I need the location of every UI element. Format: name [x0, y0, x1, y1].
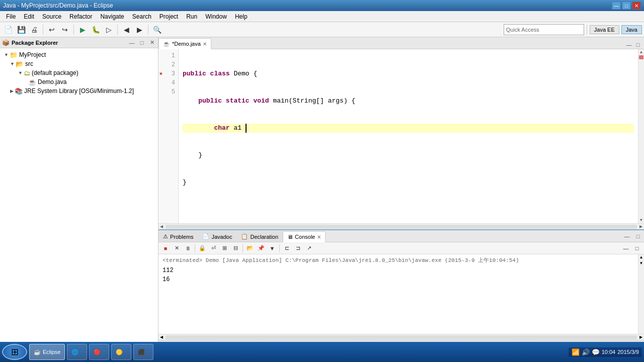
code-token: static: [226, 97, 254, 106]
editor-maximize-button[interactable]: □: [634, 41, 642, 49]
scroll-track[interactable]: [638, 55, 644, 217]
console-suspend-button[interactable]: ⏸: [183, 243, 193, 253]
menu-source[interactable]: Source: [38, 12, 65, 21]
quick-access-input[interactable]: Quick Access: [504, 24, 584, 35]
code-token: }: [183, 178, 187, 187]
save-button[interactable]: 💾: [15, 24, 27, 36]
bottom-hscroll-left[interactable]: ◀: [158, 334, 165, 340]
bottom-maximize-button[interactable]: □: [634, 232, 642, 240]
code-token: [183, 97, 198, 106]
forward-button[interactable]: ▶: [133, 24, 145, 36]
bottom-minimize-button[interactable]: —: [623, 232, 631, 240]
debug-button[interactable]: 🐛: [90, 24, 102, 36]
taskbar-app1-button[interactable]: 🔴: [89, 344, 109, 360]
perspective-java[interactable]: Java: [621, 25, 642, 34]
taskbar-eclipse-button[interactable]: ☕ Eclipse: [29, 344, 65, 360]
tree-item-src[interactable]: ▼ 📂 src: [0, 59, 158, 68]
search-button[interactable]: 🔍: [151, 24, 163, 36]
editor-minimize-button[interactable]: —: [625, 41, 633, 49]
tree-item-demo-java[interactable]: ☕ Demo.java: [0, 77, 158, 86]
menu-search[interactable]: Search: [128, 12, 155, 21]
hscroll-right-arrow[interactable]: ▶: [638, 224, 644, 230]
sidebar-close-button[interactable]: ✕: [148, 39, 156, 47]
tree-item-default-package[interactable]: ▼ 🗂 (default package): [0, 68, 158, 77]
bottom-tb-sep3: [279, 244, 280, 252]
console-view-orient[interactable]: ⊏: [282, 243, 292, 253]
bottom-vertical-scrollbar[interactable]: ▲ ▼: [638, 254, 644, 334]
tray-network-icon: 📶: [572, 348, 580, 356]
editor-tab-demo[interactable]: ☕ *Demo.java ✕: [158, 38, 211, 49]
run-button[interactable]: ▶: [76, 24, 89, 36]
taskbar-app2-button[interactable]: 🟡: [111, 344, 131, 360]
console-next-page[interactable]: ⊞: [219, 243, 229, 253]
console-pin[interactable]: 📌: [256, 243, 266, 253]
console-word-wrap[interactable]: ⏎: [208, 243, 218, 253]
console-remove-button[interactable]: ✕: [172, 243, 182, 253]
menu-window[interactable]: Window: [201, 12, 231, 21]
editor-vertical-scrollbar[interactable]: ▲ ▼: [638, 49, 644, 223]
console-line-2: 16: [163, 275, 634, 284]
close-button[interactable]: ✕: [632, 2, 641, 10]
taskbar-app3-button[interactable]: ⬛: [133, 344, 153, 360]
src-expand-arrow: ▼: [10, 61, 15, 66]
bottom-hscroll-right[interactable]: ▶: [638, 334, 644, 340]
console-view-menu[interactable]: ▼: [267, 243, 277, 253]
menu-refactor[interactable]: Refactor: [65, 12, 96, 21]
code-editor[interactable]: 1 2 3 4 5 public class Demo { public sta…: [158, 49, 644, 223]
bottom-hscroll-track[interactable]: [166, 335, 637, 339]
tab-demo-label: *Demo.java: [172, 41, 201, 47]
console-line-1: 112: [163, 266, 634, 275]
perspective-java-ee[interactable]: Java EE: [590, 25, 619, 34]
editor-horizontal-scrollbar[interactable]: ◀ ▶: [158, 223, 644, 229]
console-scroll-lock[interactable]: 🔒: [197, 243, 207, 253]
menu-edit[interactable]: Edit: [20, 12, 38, 21]
bottom-horizontal-scrollbar[interactable]: ◀ ▶: [158, 334, 644, 340]
maximize-button[interactable]: □: [622, 2, 631, 10]
console-tab-close[interactable]: ✕: [317, 234, 321, 240]
undo-button[interactable]: ↩: [46, 24, 58, 36]
code-token: void: [253, 97, 273, 106]
console-terminate-button[interactable]: ■: [160, 243, 171, 253]
code-content[interactable]: public class Demo { public static void m…: [179, 49, 638, 223]
tab-console[interactable]: 🖥 Console ✕: [283, 231, 326, 242]
bottom-scroll-up[interactable]: ▲: [638, 254, 644, 260]
tab-close-button[interactable]: ✕: [203, 41, 207, 47]
system-tray: 📶 🔊 💬 10:04 2015/3/9: [569, 347, 642, 357]
console-detach[interactable]: ↗: [304, 243, 314, 253]
tab-declaration[interactable]: 📋 Declaration: [236, 231, 283, 242]
app3-taskbar-icon: ⬛: [138, 349, 145, 355]
console-view-orient2[interactable]: ⊐: [293, 243, 303, 253]
hscroll-track[interactable]: [166, 225, 637, 229]
sidebar-maximize-button[interactable]: □: [138, 39, 146, 47]
console-prev-page[interactable]: ⊟: [230, 243, 240, 253]
sidebar-minimize-button[interactable]: —: [128, 39, 136, 47]
back-button[interactable]: ◀: [120, 24, 132, 36]
code-token: [183, 124, 214, 133]
bottom-scroll-down[interactable]: ▼: [638, 260, 644, 266]
console-open[interactable]: 📂: [245, 243, 255, 253]
run-last-button[interactable]: ▷: [103, 24, 115, 36]
minimize-button[interactable]: —: [612, 2, 621, 10]
console-panel-maximize[interactable]: □: [632, 243, 642, 253]
print-button[interactable]: 🖨: [28, 24, 40, 36]
tree-item-jre[interactable]: ▶ 📚 JRE System Library [OSGi/Minimum-1.2…: [0, 86, 158, 96]
tree-item-myproject[interactable]: ▼ 📁 MyProject: [0, 50, 158, 59]
console-panel-minimize[interactable]: —: [621, 243, 631, 253]
menu-help[interactable]: Help: [231, 12, 252, 21]
menu-file[interactable]: File: [2, 12, 20, 21]
menu-navigate[interactable]: Navigate: [96, 12, 128, 21]
taskbar-ie-button[interactable]: 🌐: [67, 344, 87, 360]
start-button[interactable]: ⊞: [2, 344, 27, 360]
hscroll-left-arrow[interactable]: ◀: [158, 224, 165, 230]
javadoc-label: Javadoc: [211, 234, 232, 240]
new-button[interactable]: 📄: [2, 24, 14, 36]
redo-button[interactable]: ↪: [59, 24, 71, 36]
toolbar-sep5: [587, 25, 587, 35]
menu-project[interactable]: Project: [155, 12, 182, 21]
scroll-down-arrow[interactable]: ▼: [638, 217, 644, 223]
tab-javadoc[interactable]: 📄 Javadoc: [198, 231, 236, 242]
tab-problems[interactable]: ⚠ Problems: [158, 231, 198, 242]
menu-run[interactable]: Run: [182, 12, 201, 21]
code-line-3: char a1: [183, 124, 634, 133]
scroll-up-arrow[interactable]: ▲: [638, 49, 644, 55]
